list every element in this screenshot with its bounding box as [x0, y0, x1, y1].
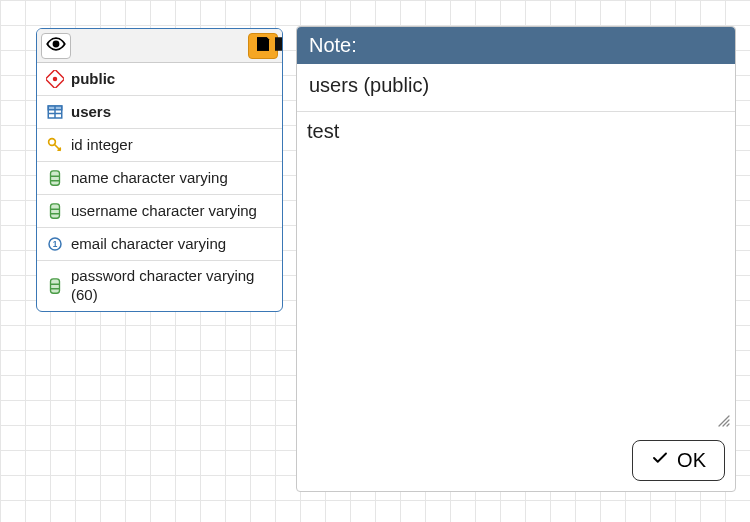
- column-row[interactable]: name character varying: [37, 162, 282, 195]
- column-icon: [45, 201, 65, 221]
- view-toggle-button[interactable]: [41, 33, 71, 59]
- column-row[interactable]: password character varying (60): [37, 261, 282, 311]
- svg-rect-18: [51, 279, 60, 293]
- check-icon: [651, 449, 669, 472]
- note-textarea[interactable]: [307, 120, 725, 424]
- note-icon: [254, 35, 272, 57]
- column-label: username character varying: [71, 202, 274, 221]
- schema-name: public: [71, 70, 274, 89]
- note-header: Note:: [297, 27, 735, 64]
- ok-button[interactable]: OK: [632, 440, 725, 481]
- table-icon: [45, 102, 65, 122]
- note-toggle-button[interactable]: [248, 33, 278, 59]
- column-icon: [45, 276, 65, 296]
- note-subject: users (public): [297, 64, 735, 112]
- key-icon: [45, 135, 65, 155]
- svg-rect-10: [51, 171, 60, 185]
- svg-rect-13: [51, 204, 60, 218]
- schema-row[interactable]: public: [37, 63, 282, 96]
- note-panel: Note: users (public) OK: [296, 26, 736, 492]
- eye-icon: [46, 34, 66, 58]
- svg-text:1: 1: [53, 240, 58, 249]
- column-icon: [45, 168, 65, 188]
- column-label: email character varying: [71, 235, 274, 254]
- note-footer: OK: [297, 432, 735, 491]
- svg-point-0: [54, 41, 59, 46]
- note-title: Note:: [309, 34, 357, 56]
- column-label: id integer: [71, 136, 274, 155]
- schema-icon: [45, 69, 65, 89]
- note-subject-text: users (public): [309, 74, 429, 96]
- table-name: users: [71, 103, 274, 122]
- schema-panel-header: [37, 29, 282, 63]
- note-body: [297, 112, 735, 432]
- column-label: password character varying (60): [71, 267, 274, 305]
- svg-point-4: [53, 77, 58, 82]
- ok-label: OK: [677, 449, 706, 472]
- table-row[interactable]: users: [37, 96, 282, 129]
- column-row[interactable]: username character varying: [37, 195, 282, 228]
- schema-panel: public users id integer name character v…: [36, 28, 283, 312]
- column-row[interactable]: id integer: [37, 129, 282, 162]
- index-icon: 1: [45, 234, 65, 254]
- column-row[interactable]: 1 email character varying: [37, 228, 282, 261]
- column-label: name character varying: [71, 169, 274, 188]
